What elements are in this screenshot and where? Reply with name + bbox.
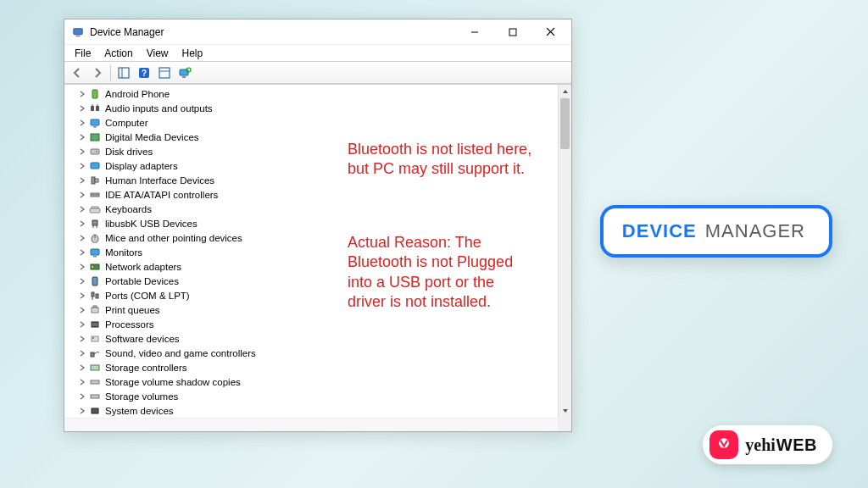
chevron-right-icon[interactable] xyxy=(76,405,88,417)
menu-view[interactable]: View xyxy=(140,46,175,61)
chevron-right-icon[interactable] xyxy=(76,131,88,143)
tree-item[interactable]: Storage controllers xyxy=(70,360,558,374)
svg-rect-47 xyxy=(93,306,97,308)
chevron-right-icon[interactable] xyxy=(76,347,88,359)
scan-hardware-button[interactable] xyxy=(175,64,194,82)
device-icon xyxy=(88,376,102,388)
chevron-right-icon[interactable] xyxy=(76,333,88,345)
tree-item[interactable]: Storage volumes xyxy=(70,389,558,403)
tree-item[interactable]: libusbK USB Devices xyxy=(70,216,558,230)
svg-rect-46 xyxy=(92,308,98,313)
tree-item-label: Storage volume shadow copies xyxy=(105,377,241,387)
vertical-scrollbar[interactable] xyxy=(558,85,571,418)
logo-text-2: WEB xyxy=(776,435,817,455)
device-icon xyxy=(88,175,102,186)
scrollbar-thumb[interactable] xyxy=(560,98,570,149)
menu-action[interactable]: Action xyxy=(97,46,139,61)
back-button[interactable] xyxy=(68,64,86,82)
logo-text-1: yehi xyxy=(745,435,776,455)
tree-item-label: Keyboards xyxy=(105,204,152,214)
svg-rect-1 xyxy=(75,35,80,36)
menu-file[interactable]: File xyxy=(68,46,97,61)
chevron-right-icon[interactable] xyxy=(76,261,88,273)
chevron-right-icon[interactable] xyxy=(76,189,88,201)
help-button[interactable]: ? xyxy=(135,64,153,82)
tree-item-label: Processors xyxy=(105,319,154,330)
tree-item[interactable]: Audio inputs and outputs xyxy=(70,101,558,115)
chevron-right-icon[interactable] xyxy=(76,290,88,302)
tree-item[interactable]: Storage volume shadow copies xyxy=(70,374,558,389)
chevron-right-icon[interactable] xyxy=(76,146,88,158)
svg-rect-37 xyxy=(91,249,99,255)
tree-item-label: Monitors xyxy=(105,247,142,258)
scroll-up-arrow[interactable] xyxy=(559,85,571,98)
svg-rect-48 xyxy=(92,322,98,327)
svg-point-24 xyxy=(96,151,97,152)
tree-item[interactable]: System devices xyxy=(70,403,558,418)
device-icon xyxy=(88,117,102,129)
chevron-right-icon[interactable] xyxy=(76,319,88,330)
tree-item-label: libusbK USB Devices xyxy=(105,219,198,229)
chevron-right-icon[interactable] xyxy=(76,203,88,215)
app-icon xyxy=(71,25,85,39)
tree-item[interactable]: Keyboards xyxy=(70,202,558,216)
svg-text:?: ? xyxy=(142,69,147,78)
tree-item-label: Storage volumes xyxy=(105,391,178,402)
svg-rect-16 xyxy=(91,106,94,111)
svg-rect-6 xyxy=(119,68,129,78)
toolbar: ? xyxy=(64,62,571,84)
tree-item[interactable]: Sound, video and game controllers xyxy=(70,346,558,360)
menu-help[interactable]: Help xyxy=(175,46,210,61)
chevron-right-icon[interactable] xyxy=(76,103,88,114)
close-button[interactable] xyxy=(531,20,570,44)
svg-rect-26 xyxy=(92,177,95,184)
tree-item-label: Disk drives xyxy=(105,147,153,157)
svg-rect-3 xyxy=(509,29,516,36)
chevron-right-icon[interactable] xyxy=(76,304,88,316)
scroll-down-arrow[interactable] xyxy=(559,404,571,418)
properties-button[interactable] xyxy=(155,64,174,82)
chevron-right-icon[interactable] xyxy=(76,88,88,100)
svg-rect-30 xyxy=(90,208,100,213)
show-hide-tree-button[interactable] xyxy=(114,64,133,82)
chevron-right-icon[interactable] xyxy=(76,247,88,258)
device-icon xyxy=(88,131,102,143)
device-icon xyxy=(88,405,102,417)
tree-item-label: Mice and other pointing devices xyxy=(105,233,242,243)
menubar: File Action View Help xyxy=(64,45,571,62)
svg-rect-32 xyxy=(92,220,97,225)
tree-item-label: IDE ATA/ATAPI controllers xyxy=(105,190,218,200)
svg-rect-17 xyxy=(96,106,99,111)
svg-rect-55 xyxy=(91,380,99,384)
maximize-button[interactable] xyxy=(493,20,531,44)
yehiweb-logo: yehiWEB xyxy=(703,425,832,464)
chevron-right-icon[interactable] xyxy=(76,160,88,172)
tree-item[interactable]: Software devices xyxy=(70,331,558,346)
logo-icon xyxy=(709,430,738,459)
svg-point-40 xyxy=(92,266,93,268)
chevron-right-icon[interactable] xyxy=(76,391,88,402)
chevron-right-icon[interactable] xyxy=(76,362,88,374)
minimize-button[interactable] xyxy=(455,20,493,44)
svg-rect-15 xyxy=(92,90,97,98)
horizontal-scrollbar[interactable] xyxy=(64,418,558,431)
chevron-right-icon[interactable] xyxy=(76,275,88,287)
tree-item-label: Sound, video and game controllers xyxy=(105,348,256,358)
tree-item[interactable]: Computer xyxy=(70,115,558,130)
chevron-right-icon[interactable] xyxy=(76,117,88,129)
device-icon xyxy=(88,232,102,244)
tree-item-label: Android Phone xyxy=(105,89,170,99)
chevron-right-icon[interactable] xyxy=(76,232,88,244)
chevron-right-icon[interactable] xyxy=(76,175,88,186)
forward-button[interactable] xyxy=(88,64,107,82)
tree-item[interactable]: IDE ATA/ATAPI controllers xyxy=(70,187,558,202)
titlebar: Device Manager xyxy=(64,19,571,45)
chevron-right-icon[interactable] xyxy=(76,376,88,388)
svg-rect-56 xyxy=(91,395,99,398)
tree-item[interactable]: Processors xyxy=(70,317,558,331)
svg-rect-0 xyxy=(74,28,83,34)
svg-rect-21 xyxy=(93,126,97,128)
chevron-right-icon[interactable] xyxy=(76,218,88,230)
tree-item-label: Audio inputs and outputs xyxy=(105,103,213,114)
tree-item[interactable]: Android Phone xyxy=(70,86,558,101)
